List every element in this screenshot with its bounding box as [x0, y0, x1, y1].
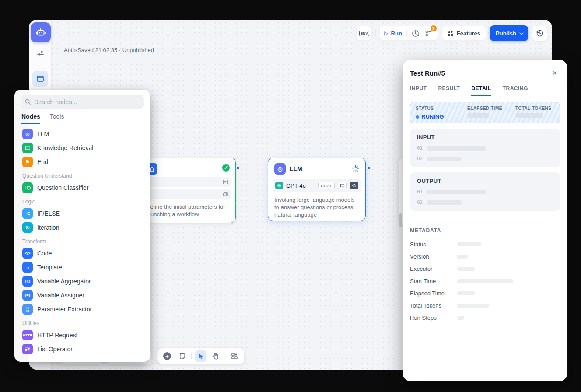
node-item-question-classifier[interactable]: Question Classifier	[17, 181, 147, 195]
metadata-row: Run Steps	[403, 312, 567, 324]
line-number: 01	[417, 189, 423, 195]
node-item-template[interactable]: ◑ Template	[17, 260, 147, 274]
start-variable-row[interactable]	[145, 177, 231, 187]
node-search-box[interactable]	[21, 95, 144, 108]
orchestrate-settings-icon[interactable]	[32, 45, 48, 61]
output-skeleton	[427, 200, 462, 205]
features-icon	[447, 30, 454, 37]
tab-tools[interactable]: Tools	[50, 113, 64, 124]
paragraph-icon	[223, 179, 228, 185]
publish-button[interactable]: Publish	[490, 25, 528, 41]
elapsed-time-label: ELAPSED TIME	[467, 106, 515, 111]
tab-detail[interactable]: DETAIL	[471, 85, 491, 96]
add-note-button[interactable]	[176, 350, 188, 362]
knowledge-retrieval-icon	[22, 143, 33, 153]
vision-monitor-icon	[338, 182, 346, 189]
node-search-input[interactable]	[34, 98, 135, 105]
variable-aggregator-icon: {x}	[22, 276, 33, 287]
hand-tool-button[interactable]	[210, 350, 221, 362]
iteration-icon: ↻	[22, 222, 33, 233]
output-card: OUTPUT 01 02	[410, 172, 560, 211]
blocks-panel-toggle[interactable]	[32, 71, 48, 87]
metadata-row: Version	[403, 250, 567, 262]
running-spinner-icon	[351, 165, 359, 173]
canvas-toolbar: +	[158, 348, 244, 364]
input-title: INPUT	[417, 134, 553, 140]
status-value: RUNING	[416, 113, 467, 120]
files-icon	[223, 192, 228, 197]
if-else-icon	[22, 208, 33, 219]
tab-nodes[interactable]: Nodes	[21, 113, 40, 124]
metadata-row: Executor	[403, 262, 567, 275]
metadata-skeleton	[457, 279, 513, 283]
llm-node-icon: ⊛	[274, 163, 286, 175]
metadata-skeleton	[457, 316, 464, 320]
organize-layout-button[interactable]	[229, 350, 240, 362]
metadata-skeleton	[457, 242, 481, 246]
output-skeleton	[427, 190, 486, 194]
group-question-understand: Question Understand	[17, 169, 147, 181]
elapsed-time-skeleton	[467, 113, 489, 118]
nodes-panel: Nodes Tools ⊛ LLM Knowledge Retrieval ⚑ …	[14, 90, 150, 362]
scrollbar-thumb[interactable]	[399, 213, 402, 227]
node-item-variable-assigner[interactable]: {=} Variable Assigner	[17, 288, 147, 302]
add-node-button[interactable]: +	[161, 350, 173, 362]
close-icon[interactable]: ×	[550, 68, 560, 78]
metadata-skeleton	[457, 255, 468, 259]
tab-input[interactable]: INPUT	[410, 85, 427, 96]
metadata-row: Total Tokens	[403, 299, 567, 312]
chevron-down-icon	[519, 31, 524, 35]
metadata-title: METADATA	[403, 220, 567, 234]
node-item-iteration[interactable]: ↻ Iteration	[17, 220, 147, 234]
start-node[interactable]: ✓ Define the initial parameters for laun…	[140, 158, 236, 223]
test-run-tabs: INPUT RESULT DETAIL TRACING	[403, 83, 567, 96]
start-variable-row[interactable]	[145, 189, 231, 199]
input-skeleton	[427, 146, 486, 150]
code-icon: </>	[22, 248, 33, 259]
model-name: GPT-4o	[286, 182, 315, 189]
top-toolbar: ENV ▷ Run 2 Features	[356, 25, 548, 41]
pointer-tool-button[interactable]	[195, 350, 206, 362]
app-robot-icon[interactable]	[31, 22, 51, 42]
autosave-status: Auto-Saved 21:02:35 · Unpublished	[64, 47, 154, 53]
node-list: ⊛ LLM Knowledge Retrieval ⚑ End Question…	[14, 124, 150, 356]
llm-node-title: LLM	[290, 165, 302, 172]
list-operator-icon	[22, 344, 33, 354]
node-item-knowledge-retrieval[interactable]: Knowledge Retrieval	[17, 141, 147, 155]
run-history-clock-button[interactable]	[411, 29, 420, 38]
group-logic: Logic	[17, 195, 147, 206]
node-item-if-else[interactable]: IF/ELSE	[17, 206, 147, 220]
checklist-button[interactable]: 2	[424, 29, 433, 38]
tab-result[interactable]: RESULT	[438, 85, 460, 96]
features-button[interactable]: Features	[441, 26, 486, 41]
status-label: STATUS	[416, 106, 467, 111]
input-card: INPUT 01 02	[410, 129, 560, 167]
node-item-http-request[interactable]: HTTP HTTP Request	[17, 328, 147, 342]
llm-icon: ⊛	[22, 129, 33, 139]
metadata-row: Elapsed Time	[403, 287, 567, 299]
node-item-list-operator[interactable]: List Operator	[17, 342, 147, 356]
status-dot-icon	[416, 115, 419, 119]
output-title: OUTPUT	[417, 178, 553, 184]
run-play-icon: ▷	[384, 30, 388, 36]
node-item-variable-aggregator[interactable]: {x} Variable Aggregator	[17, 274, 147, 288]
node-item-parameter-extractor[interactable]: ⣿ Parameter Extractor	[17, 302, 147, 316]
version-history-button[interactable]	[532, 25, 548, 41]
llm-node[interactable]: ⊛ LLM ⊛ GPT-4o CHAT	[268, 158, 366, 221]
eye-icon	[350, 182, 358, 189]
metadata-skeleton	[457, 267, 475, 271]
env-button[interactable]: ENV	[356, 26, 372, 41]
workflow-editor-page: ✓ Define the initial parameters for laun…	[0, 0, 581, 392]
node-item-llm[interactable]: ⊛ LLM	[17, 127, 147, 141]
node-item-end[interactable]: ⚑ End	[17, 155, 147, 169]
tab-tracing[interactable]: TRACING	[503, 85, 528, 96]
line-number: 01	[417, 145, 423, 151]
group-transform: Transform	[17, 234, 147, 246]
input-skeleton	[427, 157, 462, 161]
run-button[interactable]: ▷ Run	[384, 30, 402, 37]
model-selector[interactable]: ⊛ GPT-4o CHAT	[273, 179, 361, 192]
metadata-row: Start Time	[403, 275, 567, 287]
nodes-panel-tabs: Nodes Tools	[14, 108, 150, 124]
end-icon: ⚑	[22, 157, 33, 167]
node-item-code[interactable]: </> Code	[17, 246, 147, 260]
